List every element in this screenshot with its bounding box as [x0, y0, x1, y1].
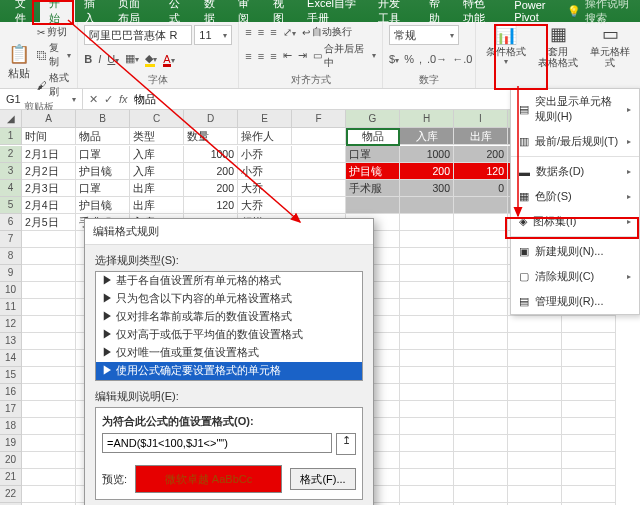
- col-header-H[interactable]: H: [400, 110, 454, 128]
- cell-A22[interactable]: [22, 486, 76, 503]
- cell-I6[interactable]: [454, 214, 508, 231]
- wrap-text-button[interactable]: ↩自动换行: [302, 25, 352, 39]
- bold-button[interactable]: B: [84, 53, 92, 65]
- cell-I11[interactable]: [454, 299, 508, 316]
- cell-K21[interactable]: [562, 469, 616, 486]
- cell-D3[interactable]: 200: [184, 163, 238, 180]
- cell-K18[interactable]: [562, 418, 616, 435]
- accept-edit-icon[interactable]: ✓: [104, 93, 113, 106]
- cell-G3[interactable]: 护目镜: [346, 163, 400, 180]
- rule-type-2[interactable]: ▶ 仅对排名靠前或靠后的数值设置格式: [96, 308, 362, 326]
- cell-J19[interactable]: [508, 435, 562, 452]
- row-header-13[interactable]: 13: [0, 333, 22, 350]
- cell-C2[interactable]: 入库: [130, 146, 184, 163]
- cell-B5[interactable]: 护目镜: [76, 197, 130, 214]
- row-header-10[interactable]: 10: [0, 282, 22, 299]
- name-box[interactable]: G1▾: [0, 89, 83, 109]
- cell-A13[interactable]: [22, 333, 76, 350]
- rule-type-list[interactable]: ▶ 基于各自值设置所有单元格的格式 ▶ 只为包含以下内容的单元格设置格式 ▶ 仅…: [95, 271, 363, 381]
- cell-B1[interactable]: 物品: [76, 128, 130, 145]
- menu-manage-rules[interactable]: ▤管理规则(R)...: [511, 289, 639, 314]
- cell-A11[interactable]: [22, 299, 76, 316]
- cell-F5[interactable]: [292, 197, 346, 214]
- cell-E5[interactable]: 大乔: [238, 197, 292, 214]
- cell-A3[interactable]: 2月2日: [22, 163, 76, 180]
- cell-I22[interactable]: [454, 486, 508, 503]
- cell-A19[interactable]: [22, 435, 76, 452]
- cell-H8[interactable]: [400, 248, 454, 265]
- select-all-corner[interactable]: ◢: [0, 110, 22, 128]
- cell-H14[interactable]: [400, 350, 454, 367]
- cell-K15[interactable]: [562, 367, 616, 384]
- row-header-9[interactable]: 9: [0, 265, 22, 282]
- cell-E4[interactable]: 大乔: [238, 180, 292, 197]
- align-bot-button[interactable]: ≡: [270, 26, 276, 38]
- comma-button[interactable]: ,: [419, 53, 422, 65]
- cell-A14[interactable]: [22, 350, 76, 367]
- cell-J16[interactable]: [508, 384, 562, 401]
- cell-I15[interactable]: [454, 367, 508, 384]
- cell-A4[interactable]: 2月3日: [22, 180, 76, 197]
- row-header-12[interactable]: 12: [0, 316, 22, 333]
- cell-I1[interactable]: 出库: [454, 128, 508, 145]
- cell-B3[interactable]: 护目镜: [76, 163, 130, 180]
- cell-J21[interactable]: [508, 469, 562, 486]
- formula-text[interactable]: 物品: [134, 92, 156, 107]
- cell-A18[interactable]: [22, 418, 76, 435]
- col-header-A[interactable]: A: [22, 110, 76, 128]
- cell-A1[interactable]: 时间: [22, 128, 76, 145]
- fill-color-button[interactable]: ◆▾: [145, 52, 157, 65]
- cell-I5[interactable]: [454, 197, 508, 214]
- dialog-titlebar[interactable]: 编辑格式规则: [85, 219, 373, 245]
- dec-decimal-button[interactable]: ←.0: [452, 53, 472, 65]
- cell-H19[interactable]: [400, 435, 454, 452]
- cell-H17[interactable]: [400, 401, 454, 418]
- row-header-19[interactable]: 19: [0, 435, 22, 452]
- cell-K22[interactable]: [562, 486, 616, 503]
- menu-color-scales[interactable]: ▦色阶(S)▸: [511, 184, 639, 209]
- align-mid-button[interactable]: ≡: [258, 26, 264, 38]
- cell-J20[interactable]: [508, 452, 562, 469]
- align-top-button[interactable]: ≡: [245, 26, 251, 38]
- cell-A10[interactable]: [22, 282, 76, 299]
- cell-B4[interactable]: 口罩: [76, 180, 130, 197]
- col-header-D[interactable]: D: [184, 110, 238, 128]
- cell-J22[interactable]: [508, 486, 562, 503]
- row-header-3[interactable]: 3: [0, 163, 22, 180]
- row-header-17[interactable]: 17: [0, 401, 22, 418]
- cell-A15[interactable]: [22, 367, 76, 384]
- cell-H11[interactable]: [400, 299, 454, 316]
- cell-K12[interactable]: [562, 316, 616, 333]
- cell-H22[interactable]: [400, 486, 454, 503]
- cell-H10[interactable]: [400, 282, 454, 299]
- cell-G5[interactable]: [346, 197, 400, 214]
- align-center-button[interactable]: ≡: [258, 50, 264, 62]
- row-header-20[interactable]: 20: [0, 452, 22, 469]
- rule-type-0[interactable]: ▶ 基于各自值设置所有单元格的格式: [96, 272, 362, 290]
- menu-icon-sets[interactable]: ◈图标集(I)▸: [511, 209, 639, 234]
- cell-A9[interactable]: [22, 265, 76, 282]
- cell-H7[interactable]: [400, 231, 454, 248]
- format-button[interactable]: 格式(F)...: [290, 468, 356, 490]
- cell-J14[interactable]: [508, 350, 562, 367]
- cell-A8[interactable]: [22, 248, 76, 265]
- cell-H18[interactable]: [400, 418, 454, 435]
- cell-A16[interactable]: [22, 384, 76, 401]
- menu-highlight-rules[interactable]: ▤突出显示单元格规则(H)▸: [511, 89, 639, 129]
- underline-button[interactable]: U▾: [107, 53, 119, 65]
- cancel-edit-icon[interactable]: ✕: [89, 93, 98, 106]
- cell-H1[interactable]: 入库: [400, 128, 454, 145]
- cell-C4[interactable]: 出库: [130, 180, 184, 197]
- cell-A2[interactable]: 2月1日: [22, 146, 76, 163]
- cell-A12[interactable]: [22, 316, 76, 333]
- row-header-5[interactable]: 5: [0, 197, 22, 214]
- cell-D4[interactable]: 200: [184, 180, 238, 197]
- align-left-button[interactable]: ≡: [245, 50, 251, 62]
- border-button[interactable]: ▦▾: [125, 52, 139, 65]
- col-header-C[interactable]: C: [130, 110, 184, 128]
- cell-J18[interactable]: [508, 418, 562, 435]
- menu-clear-rules[interactable]: ▢清除规则(C)▸: [511, 264, 639, 289]
- cell-styles-button[interactable]: ▭ 单元格样式: [586, 25, 634, 68]
- font-color-button[interactable]: A▾: [163, 53, 174, 65]
- cell-H5[interactable]: [400, 197, 454, 214]
